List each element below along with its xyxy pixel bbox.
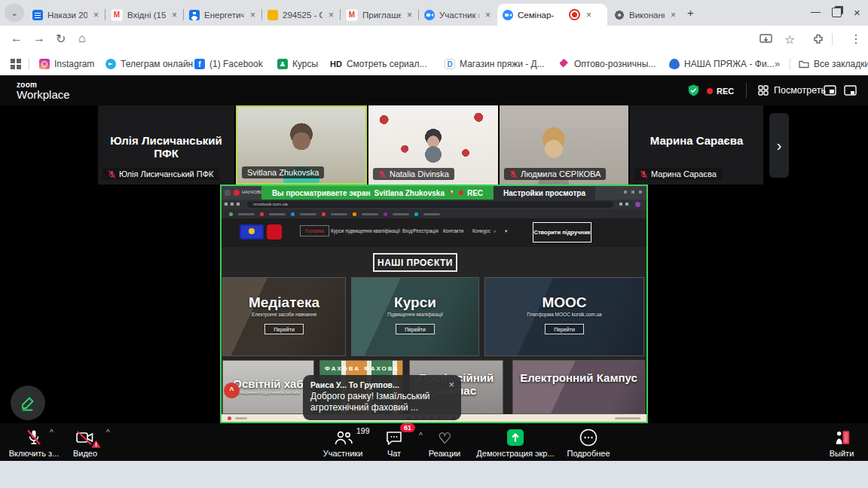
tab-close-icon[interactable]: ×	[407, 10, 412, 20]
bookmark-yarn-shop[interactable]: D Магазин пряжи - Д...	[445, 57, 545, 71]
rec-dot-icon	[459, 191, 463, 195]
all-bookmarks-button[interactable]: Все закладки	[799, 57, 868, 71]
video-options-caret[interactable]: ^	[106, 428, 110, 435]
tab-nakazy[interactable]: Накази 2025 ×	[27, 4, 104, 26]
apps-grid-icon[interactable]	[11, 59, 21, 69]
docs-favicon	[32, 10, 43, 20]
video-strip: Юлія Лисичанський ПФК Юлія Лисичанський …	[0, 105, 868, 185]
chat-icon	[385, 429, 403, 447]
tab-label: 294525 - Goo	[283, 11, 322, 20]
chat-popup-message: Доброго ранку! Ізмаїльський агротехнічни…	[310, 391, 454, 413]
tab-priglasheniya[interactable]: M Приглашени ×	[341, 4, 417, 26]
leave-icon	[833, 429, 851, 447]
scroll-top-button[interactable]: ^	[224, 383, 240, 398]
card-title: Медіатека	[223, 294, 345, 311]
tab-inbox[interactable]: M Вхідні (15) - 2 ×	[105, 4, 182, 26]
tab-close-icon[interactable]: ×	[93, 10, 99, 20]
create-textbook-button[interactable]: Створити підручник	[533, 222, 591, 242]
install-app-icon[interactable]	[760, 33, 772, 48]
participant-tile-yuliia[interactable]: Юлія Лисичанський ПФК Юлія Лисичанський …	[98, 105, 234, 185]
security-shield-icon[interactable]	[687, 84, 700, 100]
rec-dot-icon	[707, 88, 713, 94]
home-icon[interactable]: ⌂	[78, 32, 86, 45]
tab-search-button[interactable]: ⌄	[5, 4, 24, 22]
window-minimize-button[interactable]: —	[811, 6, 821, 17]
tab-vykonannia[interactable]: Виконання п ×	[609, 4, 681, 26]
mic-muted-icon	[640, 170, 648, 178]
site-search-icon[interactable]: ⌕	[494, 228, 497, 234]
bookmark-kursy[interactable]: Курсы	[277, 57, 318, 71]
zoom-favicon	[424, 10, 435, 20]
card-go-button[interactable]: Перейти	[264, 324, 304, 334]
card-mediateka[interactable]: Медіатека Електронні засоби навчання Пер…	[222, 277, 346, 356]
share-screen-button[interactable]: Демонстрация экр...	[474, 428, 557, 458]
card-elektronny-kampus[interactable]: Електронний Кампус	[512, 360, 645, 414]
extensions-icon[interactable]	[812, 33, 824, 48]
toolbar-label: Видео	[73, 449, 97, 458]
contacts-favicon	[189, 10, 200, 20]
view-button[interactable]: Посмотреть	[758, 85, 826, 96]
mic-muted-icon	[509, 170, 518, 178]
reload-icon[interactable]: ↻	[56, 32, 66, 46]
new-tab-button[interactable]: +	[687, 6, 694, 19]
pip-window-icon[interactable]	[824, 85, 836, 99]
participant-tile-svitlana[interactable]: Svitlana Zhukovska	[236, 105, 367, 185]
nav-contest[interactable]: Конкурс	[472, 228, 491, 233]
card-go-button[interactable]: Перейти	[396, 324, 435, 334]
gmail-favicon: M	[111, 9, 123, 21]
nav-contacts[interactable]: Контакти	[443, 228, 463, 233]
popup-close-icon[interactable]: ×	[448, 379, 454, 390]
chat-notification-popup[interactable]: Раиса У... То Группов... Доброго ранку! …	[303, 375, 461, 420]
tab-close-icon[interactable]: ×	[250, 10, 255, 20]
participant-tile-natalia[interactable]: Natalia Divinska	[368, 105, 498, 185]
bookmark-label: Все закладки	[814, 59, 868, 69]
browser-menu-icon[interactable]: ⋮	[850, 32, 862, 46]
site-dropdown-icon[interactable]: ▾	[505, 228, 507, 234]
toolbar-label: Демонстрация экр...	[476, 449, 554, 458]
window-restore-button[interactable]	[832, 8, 842, 17]
shared-site-header: Головна Курси підвищення кваліфікації Вх…	[222, 218, 646, 247]
tab-close-icon[interactable]: ×	[485, 10, 491, 20]
card-mooc[interactable]: MOOC Платформа MOOC kursik.com.ua Перейт…	[484, 277, 644, 356]
tab-uchastnik[interactable]: Участник пу ×	[419, 4, 496, 26]
nav-login[interactable]: Вхід/Реєстрація	[402, 228, 439, 233]
annotate-button[interactable]	[11, 386, 45, 420]
nav-home[interactable]: Головна	[300, 225, 329, 236]
tab-energetychni[interactable]: Енергетичні ×	[184, 4, 261, 26]
tab-294525[interactable]: 294525 - Goo ×	[262, 4, 339, 26]
participants-icon	[333, 429, 353, 447]
zoom-workplace-logo: Workplace	[17, 88, 70, 101]
recording-indicator[interactable]: REC	[707, 87, 734, 96]
more-button[interactable]: Подробнее	[547, 428, 630, 458]
bookmarks-overflow-icon[interactable]: »	[775, 58, 780, 69]
tab-seminar-active[interactable]: Семінар- ×	[497, 4, 607, 26]
back-icon[interactable]: ←	[11, 32, 23, 45]
card-kursy[interactable]: Курси Підвищення кваліфікації Перейти	[351, 277, 479, 356]
participant-tile-maryna[interactable]: Марина Сараєва Марина Сараєва	[630, 105, 763, 185]
shared-browser-bookmarks	[222, 209, 646, 218]
bookmark-star-icon[interactable]: ☆	[784, 32, 795, 47]
participant-tile-liudmyla[interactable]: Людмила СЄРІКОВА	[500, 105, 628, 185]
bookmark-facebook[interactable]: f (1) Facebook	[194, 57, 263, 71]
tab-close-icon[interactable]: ×	[671, 10, 676, 20]
participant-label-text: Natalia Divinska	[390, 169, 449, 178]
bookmark-nasha-pryazha[interactable]: НАША ПРЯЖА - Фи...	[669, 57, 775, 71]
card-go-button[interactable]: Перейти	[545, 324, 584, 334]
bookmark-label: (1) Facebook	[209, 59, 263, 69]
view-settings-button[interactable]: Настройки просмотра	[494, 186, 595, 200]
next-participants-button[interactable]: ›	[769, 113, 789, 178]
bookmark-label: Курсы	[292, 59, 318, 69]
tab-close-icon[interactable]: ×	[172, 10, 177, 20]
window-close-button[interactable]: ×	[854, 6, 860, 19]
leave-button[interactable]: Выйти	[800, 428, 868, 458]
tab-close-icon[interactable]: ×	[586, 10, 591, 20]
nav-courses[interactable]: Курси підвищення кваліфікації	[331, 228, 400, 233]
video-button[interactable]: ^ Видео	[44, 428, 127, 458]
bookmark-telegram[interactable]: Телеграм онлайн	[105, 57, 193, 71]
bookmark-instagram[interactable]: Instagram	[39, 57, 94, 71]
minimize-window-icon[interactable]	[844, 85, 857, 99]
bookmark-optovo[interactable]: Оптово-розничны...	[559, 57, 656, 71]
forward-icon[interactable]: →	[33, 32, 45, 45]
tab-close-icon[interactable]: ×	[329, 10, 334, 20]
bookmark-serial[interactable]: HD Смотреть сериал...	[330, 57, 426, 71]
